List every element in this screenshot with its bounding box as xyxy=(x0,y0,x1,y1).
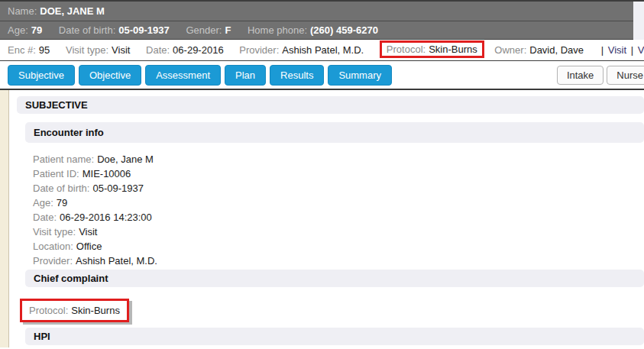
chief-complaint-section-header: Chief complaint xyxy=(25,270,644,287)
field-value: Ashish Patel, M.D. xyxy=(76,255,157,267)
tab-subjective[interactable]: Subjective xyxy=(8,65,75,86)
protocol-label: Protocol: xyxy=(387,44,429,55)
protocol-highlight-box: Protocol:Skin-Burns xyxy=(20,299,129,322)
view-visit-link[interactable]: View Visit xyxy=(638,44,644,56)
provider-label: Provider: xyxy=(239,44,282,56)
patient-header: Name:DOE, JANE M Age:79 Date of birth:05… xyxy=(0,0,644,40)
field-row: Date of birth:05-09-1937 xyxy=(33,181,644,196)
chief-complaint-body: Protocol:Skin-Burns xyxy=(9,287,644,322)
pipe-separator: | xyxy=(600,44,605,56)
tab-objective[interactable]: Objective xyxy=(79,65,141,86)
field-value: Visit xyxy=(79,226,97,238)
protocol-value: Skin-Burns xyxy=(71,305,120,316)
protocol-highlight-box: Protocol:Skin-Burns xyxy=(380,40,484,58)
subjective-panel: SUBJECTIVE Encounter info Patient name:D… xyxy=(9,90,644,347)
visit-type-value: Visit xyxy=(112,44,130,56)
age-value: 79 xyxy=(31,24,42,36)
nurse-button[interactable]: Nurse xyxy=(607,66,644,85)
field-row: Location:Office xyxy=(33,239,644,254)
field-value: 79 xyxy=(57,197,67,208)
encounter-info-fields: Patient name:Doe, Jane M Patient ID:MIE-… xyxy=(33,152,644,268)
protocol-label: Protocol: xyxy=(29,305,71,316)
gender-label: Gender: xyxy=(186,24,225,36)
dob-label: Date of birth: xyxy=(59,24,118,36)
enc-number-label: Enc #: xyxy=(8,44,39,56)
field-row: Date:06-29-2016 14:23:00 xyxy=(33,210,644,225)
tab-summary[interactable]: Summary xyxy=(328,65,392,86)
provider-value: Ashish Patel, M.D. xyxy=(282,44,364,56)
tab-plan[interactable]: Plan xyxy=(225,65,266,86)
field-row: Patient ID:MIE-10006 xyxy=(33,166,644,181)
visit-link[interactable]: Visit xyxy=(608,44,626,56)
field-value: Doe, Jane M xyxy=(97,153,154,165)
owner-group: Owner:David, Dave xyxy=(494,44,584,56)
protocol-value: Skin-Burns xyxy=(429,44,477,55)
right-buttons: IntakeNurse xyxy=(554,65,644,85)
home-phone-value: (260) 459-6270 xyxy=(310,24,378,36)
field-value: 06-29-2016 14:23:00 xyxy=(60,212,152,223)
tab-results[interactable]: Results xyxy=(270,65,324,86)
dob-group: Date of birth:05-09-1937 xyxy=(59,24,170,36)
owner-label: Owner: xyxy=(494,44,529,56)
dob-value: 05-09-1937 xyxy=(118,24,170,36)
gender-group: Gender:F xyxy=(186,24,231,36)
enc-date-value: 06-29-2016 xyxy=(173,44,224,56)
note-tabs: SubjectiveObjectiveAssessmentPlanResults… xyxy=(8,65,396,86)
field-label: Provider: xyxy=(33,255,76,267)
field-label: Location: xyxy=(33,241,76,252)
field-label: Patient name: xyxy=(33,153,97,165)
field-label: Patient ID: xyxy=(33,168,83,179)
encounter-links: | Visit | View Visit | xyxy=(600,44,644,56)
field-value: 05-09-1937 xyxy=(92,183,144,194)
name-label: Name: xyxy=(8,5,40,17)
enc-date-group: Date:06-29-2016 xyxy=(146,44,224,56)
field-label: Date: xyxy=(33,212,60,223)
name-value: DOE, JANE M xyxy=(40,5,105,17)
note-content: SUBJECTIVE Encounter info Patient name:D… xyxy=(0,90,644,347)
field-value: Office xyxy=(76,241,102,252)
tab-assessment[interactable]: Assessment xyxy=(145,65,221,86)
provider-group: Provider:Ashish Patel, M.D. xyxy=(239,44,364,56)
enc-number-value: 95 xyxy=(39,44,50,56)
home-phone-group: Home phone:(260) 459-6270 xyxy=(248,24,378,36)
gender-value: F xyxy=(225,24,231,36)
visit-type-group: Visit type:Visit xyxy=(66,44,130,56)
enc-date-label: Date: xyxy=(146,44,173,56)
demographics-bar: Age:79 Date of birth:05-09-1937 Gender:F… xyxy=(0,21,633,40)
field-row: Age:79 xyxy=(33,196,644,210)
encounter-bar: Enc #:95 Visit type:Visit Date:06-29-201… xyxy=(0,40,644,61)
left-gutter xyxy=(0,90,9,347)
field-row: Visit type:Visit xyxy=(33,225,644,239)
intake-button[interactable]: Intake xyxy=(557,66,604,85)
tab-row: SubjectiveObjectiveAssessmentPlanResults… xyxy=(0,61,644,89)
owner-value: David, Dave xyxy=(529,44,584,56)
field-row: Provider:Ashish Patel, M.D. xyxy=(33,254,644,268)
visit-type-label: Visit type: xyxy=(66,44,112,56)
home-phone-label: Home phone: xyxy=(248,24,310,36)
field-value: MIE-10006 xyxy=(83,168,131,179)
hpi-section-header: HPI xyxy=(25,328,644,345)
subjective-section-header: SUBJECTIVE xyxy=(17,96,644,114)
pipe-separator: | xyxy=(629,44,635,56)
encounter-info-section-header: Encounter info xyxy=(25,122,644,143)
age-group: Age:79 xyxy=(8,24,42,36)
field-label: Age: xyxy=(33,197,57,208)
field-label: Date of birth: xyxy=(33,183,92,194)
age-label: Age: xyxy=(8,24,31,36)
field-row: Patient name:Doe, Jane M xyxy=(33,152,644,166)
field-label: Visit type: xyxy=(33,226,79,238)
patient-name-bar: Name:DOE, JANE M xyxy=(0,2,633,21)
enc-number-group: Enc #:95 xyxy=(8,44,50,56)
